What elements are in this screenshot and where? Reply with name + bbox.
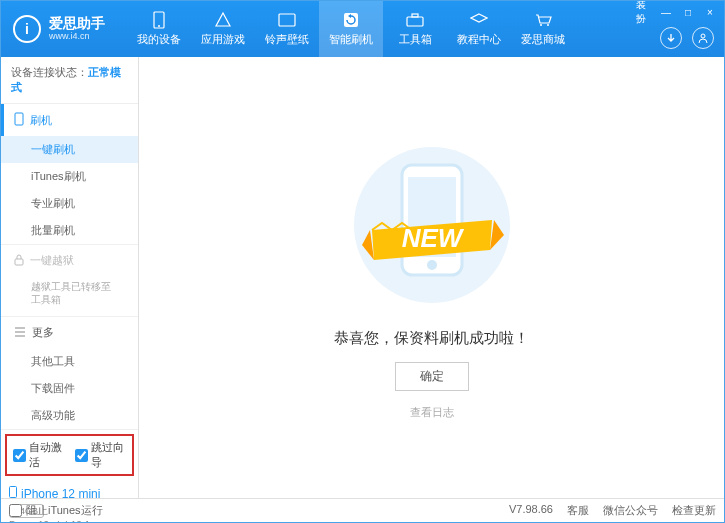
brand-url: www.i4.cn bbox=[49, 32, 105, 42]
phone-icon bbox=[149, 11, 169, 29]
menu-icon bbox=[14, 327, 26, 339]
checkbox-auto-activate[interactable]: 自动激活 bbox=[13, 440, 65, 470]
nav-tab-toolbox[interactable]: 工具箱 bbox=[383, 1, 447, 57]
apps-icon bbox=[213, 11, 233, 29]
brand-name: 爱思助手 bbox=[49, 16, 105, 31]
sidebar-group-jailbreak[interactable]: 一键越狱 bbox=[1, 245, 138, 276]
cart-icon bbox=[533, 11, 553, 29]
wallpaper-icon bbox=[277, 11, 297, 29]
svg-rect-11 bbox=[10, 487, 17, 498]
checkbox-skip-guide[interactable]: 跳过向导 bbox=[75, 440, 127, 470]
toolbox-icon bbox=[405, 11, 425, 29]
checkbox-block-itunes[interactable]: 阻止iTunes运行 bbox=[9, 503, 103, 518]
close-button[interactable]: × bbox=[702, 5, 718, 19]
theme-button[interactable]: 装扮 bbox=[636, 5, 652, 19]
sidebar-item-advanced[interactable]: 高级功能 bbox=[1, 402, 138, 429]
sidebar-item-other[interactable]: 其他工具 bbox=[1, 348, 138, 375]
connection-status: 设备连接状态：正常模式 bbox=[1, 57, 138, 104]
nav-tab-device[interactable]: 我的设备 bbox=[127, 1, 191, 57]
nav-tab-store[interactable]: 爱思商城 bbox=[511, 1, 575, 57]
phone-small-icon bbox=[14, 112, 24, 128]
sidebar-item-oneclick[interactable]: 一键刷机 bbox=[1, 136, 138, 163]
logo-icon: i bbox=[13, 15, 41, 43]
graduation-icon bbox=[469, 11, 489, 29]
ok-button[interactable]: 确定 bbox=[395, 362, 469, 391]
footer-link-update[interactable]: 检查更新 bbox=[672, 503, 716, 518]
svg-point-8 bbox=[701, 34, 705, 38]
sidebar-item-batch[interactable]: 批量刷机 bbox=[1, 217, 138, 244]
footer-link-support[interactable]: 客服 bbox=[567, 503, 589, 518]
jailbreak-note: 越狱工具已转移至 工具箱 bbox=[1, 276, 138, 316]
sidebar-item-firmware[interactable]: 下载固件 bbox=[1, 375, 138, 402]
nav-tabs: 我的设备 应用游戏 铃声壁纸 智能刷机 工具箱 教程中心 爱思商城 bbox=[127, 1, 575, 57]
sidebar-item-pro[interactable]: 专业刷机 bbox=[1, 190, 138, 217]
brand-area: i 爱思助手 www.i4.cn bbox=[1, 15, 117, 43]
app-header: i 爱思助手 www.i4.cn 我的设备 应用游戏 铃声壁纸 智能刷机 工具箱 bbox=[1, 1, 724, 57]
download-button[interactable] bbox=[660, 27, 682, 49]
svg-point-1 bbox=[158, 25, 160, 27]
options-highlight: 自动激活 跳过向导 bbox=[5, 434, 134, 476]
svg-rect-10 bbox=[15, 259, 23, 265]
lock-icon bbox=[14, 254, 24, 268]
nav-tab-ringtones[interactable]: 铃声壁纸 bbox=[255, 1, 319, 57]
svg-rect-4 bbox=[407, 17, 423, 26]
success-message: 恭喜您，保资料刷机成功啦！ bbox=[334, 329, 529, 348]
minimize-button[interactable]: — bbox=[658, 5, 674, 19]
refresh-icon bbox=[341, 11, 361, 29]
version-label: V7.98.66 bbox=[509, 503, 553, 518]
svg-point-15 bbox=[427, 260, 437, 270]
sidebar-group-more[interactable]: 更多 bbox=[1, 317, 138, 348]
svg-point-6 bbox=[540, 24, 542, 26]
sidebar: 设备连接状态：正常模式 刷机 一键刷机 iTunes刷机 专业刷机 批量刷机 一… bbox=[1, 57, 139, 498]
new-badge-text: NEW bbox=[401, 223, 464, 253]
svg-rect-5 bbox=[412, 14, 418, 17]
nav-tab-apps[interactable]: 应用游戏 bbox=[191, 1, 255, 57]
device-name[interactable]: iPhone 12 mini bbox=[9, 486, 130, 501]
svg-rect-2 bbox=[279, 14, 295, 26]
nav-tab-tutorials[interactable]: 教程中心 bbox=[447, 1, 511, 57]
svg-point-7 bbox=[547, 24, 549, 26]
window-controls: 装扮 — □ × bbox=[636, 5, 718, 19]
user-button[interactable] bbox=[692, 27, 714, 49]
phone-tiny-icon bbox=[9, 486, 17, 501]
sidebar-group-flash[interactable]: 刷机 bbox=[1, 104, 138, 136]
footer-link-wechat[interactable]: 微信公众号 bbox=[603, 503, 658, 518]
view-log-link[interactable]: 查看日志 bbox=[410, 405, 454, 420]
nav-tab-flash[interactable]: 智能刷机 bbox=[319, 1, 383, 57]
maximize-button[interactable]: □ bbox=[680, 5, 696, 19]
sidebar-item-itunes[interactable]: iTunes刷机 bbox=[1, 163, 138, 190]
svg-rect-9 bbox=[15, 113, 23, 125]
success-illustration: NEW bbox=[352, 135, 512, 315]
main-content: NEW 恭喜您，保资料刷机成功啦！ 确定 查看日志 bbox=[139, 57, 724, 498]
